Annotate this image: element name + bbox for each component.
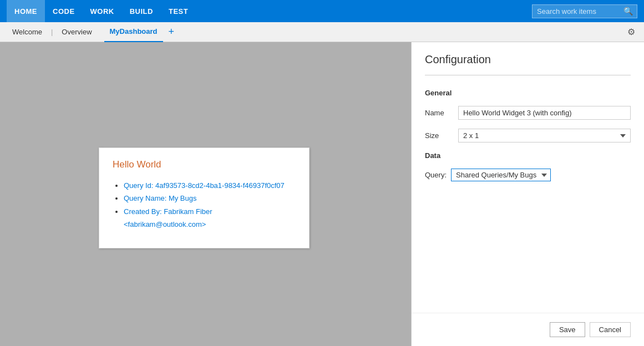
config-panel: Configuration General Name Size 2 x 1 2 … — [411, 42, 644, 346]
item-prefix-3: Created By: Fabrikam Fiber — [124, 207, 212, 216]
top-navigation: HOME CODE WORK BUILD TEST 🔍 — [0, 0, 644, 22]
config-data-label: Data — [425, 151, 631, 160]
config-name-input[interactable] — [458, 106, 631, 120]
item-prefix-1: Query Id: — [124, 181, 155, 190]
search-icon-button[interactable]: 🔍 — [621, 7, 635, 16]
config-size-select[interactable]: 2 x 1 2 x 2 4 x 1 4 x 2 — [458, 129, 631, 143]
list-item: Created By: Fabrikam Fiber <fabrikam@out… — [124, 205, 296, 231]
widget-card: Hello World Query Id: 4af93573-8cd2-4ba1… — [99, 147, 310, 248]
widget-list: Query Id: 4af93573-8cd2-4ba1-9834-f46937… — [113, 179, 296, 231]
subnav-welcome[interactable]: Welcome — [7, 22, 48, 42]
config-general-label: General — [425, 89, 631, 97]
config-name-label: Name — [425, 109, 458, 117]
config-size-row: Size 2 x 1 2 x 2 4 x 1 4 x 2 — [425, 129, 631, 143]
item-value-3: <fabrikam@outlook.com> — [124, 220, 206, 228]
subnav-overview[interactable]: Overview — [56, 22, 97, 42]
cancel-button[interactable]: Cancel — [590, 322, 631, 337]
config-footer: Save Cancel — [412, 313, 644, 346]
sub-navigation: Welcome | Overview MyDashboard + ⚙ — [0, 22, 644, 42]
dashboard-area: Hello World Query Id: 4af93573-8cd2-4ba1… — [0, 42, 411, 346]
list-item: Query Id: 4af93573-8cd2-4ba1-9834-f46937… — [124, 179, 296, 192]
nav-code[interactable]: CODE — [45, 0, 83, 22]
config-query-row: Query: Shared Queries/My Bugs Shared Que… — [425, 169, 631, 181]
search-container: 🔍 — [532, 4, 637, 18]
item-value-1: 4af93573-8cd2-4ba1-9834-f46937f0cf07 — [155, 181, 285, 190]
item-value-2: My Bugs — [169, 194, 197, 202]
config-query-select[interactable]: Shared Queries/My Bugs Shared Queries/Al… — [451, 169, 551, 181]
nav-home[interactable]: HOME — [7, 0, 45, 22]
config-title: Configuration — [412, 42, 644, 75]
nav-test[interactable]: TEST — [161, 0, 196, 22]
sub-nav-separator-1: | — [51, 28, 53, 36]
subnav-add-button[interactable]: + — [165, 26, 178, 38]
config-body: General Name Size 2 x 1 2 x 2 4 x 1 4 x … — [412, 75, 644, 313]
widget-title: Hello World — [113, 159, 296, 170]
main-layout: Hello World Query Id: 4af93573-8cd2-4ba1… — [0, 42, 644, 346]
config-size-label: Size — [425, 131, 458, 140]
list-item: Query Name: My Bugs — [124, 192, 296, 205]
settings-icon[interactable]: ⚙ — [625, 27, 637, 37]
config-query-label: Query: — [425, 171, 447, 179]
nav-build[interactable]: BUILD — [122, 0, 161, 22]
subnav-mydashboard[interactable]: MyDashboard — [104, 22, 163, 42]
config-name-row: Name — [425, 106, 631, 120]
nav-work[interactable]: WORK — [83, 0, 122, 22]
item-prefix-2: Query Name: — [124, 194, 169, 202]
save-button[interactable]: Save — [550, 322, 585, 337]
